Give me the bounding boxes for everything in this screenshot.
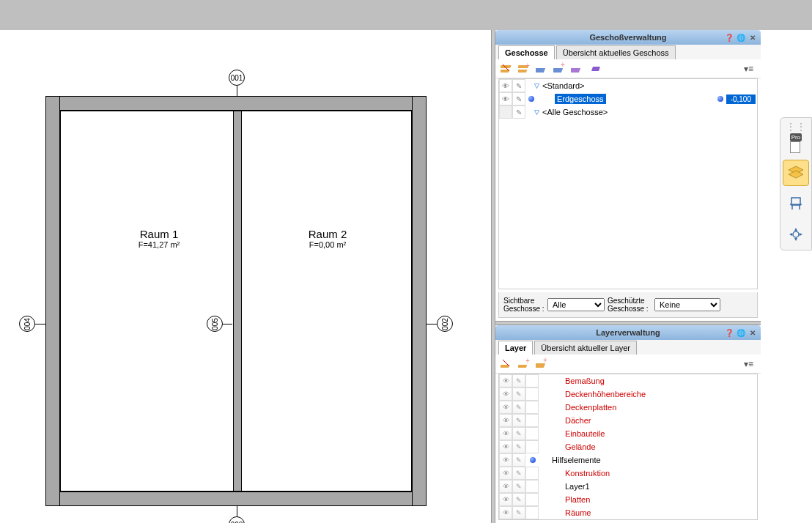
svg-text:+: + (543, 357, 547, 364)
layer-row[interactable]: 👁✎Deckenhöhenbereiche (499, 387, 757, 401)
tree-standard-label: <Standard> (541, 81, 585, 90)
layer-row[interactable]: 👁✎Layer1 (499, 480, 757, 493)
tree-row-standard[interactable]: 👁 ✎ ▽ <Standard> (499, 79, 757, 92)
room-2-name: Raum 2 (265, 228, 390, 240)
room-label-1: Raum 1 F=41,27 m² (97, 228, 221, 249)
visible-geschosse-select[interactable]: Alle (547, 298, 605, 311)
geschoss-tree[interactable]: 👁 ✎ ▽ <Standard> 👁 ✎ Erdgeschoss -0,100 (498, 78, 758, 289)
layer-row[interactable]: 👁✎Dächer (499, 414, 757, 427)
layer-row[interactable]: 👁✎Konstruktion (499, 467, 757, 480)
pencil-icon[interactable]: ✎ (512, 401, 525, 414)
blank-cell (525, 493, 539, 506)
marker-top: 001 (229, 70, 245, 86)
eye-icon[interactable]: 👁 (499, 440, 512, 453)
side-btn-layers[interactable] (783, 160, 809, 186)
eye-icon[interactable]: 👁 (499, 467, 512, 480)
floor-purple-icon[interactable] (570, 62, 585, 76)
eye-icon[interactable] (499, 105, 512, 119)
help-icon[interactable]: ❓ (724, 327, 734, 338)
blank-cell (525, 440, 539, 453)
tree-row-erdgeschoss[interactable]: 👁 ✎ Erdgeschoss -0,100 (499, 92, 757, 105)
pencil-icon[interactable]: ✎ (512, 92, 525, 105)
eye-icon[interactable]: 👁 (499, 92, 512, 105)
add-layer-icon[interactable]: + (517, 357, 532, 371)
new-layer-icon[interactable]: + (535, 357, 550, 371)
active-dot-icon (530, 457, 536, 463)
side-btn-furniture[interactable] (783, 190, 809, 217)
floor-blue-add-icon[interactable]: + (553, 62, 567, 76)
layer-name: Dächer (539, 416, 591, 425)
pencil-icon[interactable]: ✎ (512, 387, 525, 401)
side-btn-navigate[interactable] (783, 221, 809, 248)
tab-uebersicht-geschoss[interactable]: Übersicht aktuelles Geschoss (556, 45, 676, 59)
remove-floor-icon[interactable] (500, 62, 514, 76)
geschoss-tabs: Geschosse Übersicht aktuelles Geschoss (495, 45, 761, 59)
close-icon[interactable]: ✕ (748, 327, 758, 338)
blank-cell (525, 401, 539, 414)
layer-row[interactable]: 👁✎Gelände (499, 440, 757, 453)
layer-row[interactable]: 👁✎Bemaßung (499, 374, 757, 387)
layer-row[interactable]: 👁✎Deckenplatten (499, 401, 757, 414)
eye-icon[interactable]: 👁 (499, 506, 512, 519)
pencil-icon[interactable]: ✎ (512, 493, 525, 506)
eye-icon[interactable]: 👁 (499, 453, 512, 467)
layer-tabs: Layer Übersicht aktueller Layer (495, 340, 761, 355)
pencil-icon[interactable]: ✎ (512, 440, 525, 453)
pencil-icon[interactable]: ✎ (512, 79, 525, 92)
eye-icon[interactable]: 👁 (499, 493, 512, 506)
pencil-icon[interactable]: ✎ (512, 480, 525, 493)
layer-row[interactable]: 👁✎Einbauteile (499, 427, 757, 440)
pencil-icon[interactable]: ✎ (512, 506, 525, 519)
pencil-icon[interactable]: ✎ (512, 105, 525, 119)
side-btn-pro[interactable]: Pro (783, 129, 809, 155)
geschoss-panel-title: Geschoßverwaltung (589, 33, 666, 42)
eye-icon[interactable]: 👁 (499, 374, 512, 387)
add-floor-icon[interactable]: + (517, 62, 532, 76)
pencil-icon[interactable]: ✎ (512, 414, 525, 427)
eye-icon[interactable]: 👁 (499, 401, 512, 414)
layer-panel-header[interactable]: Layerverwaltung ❓ 🌐 ✕ (495, 325, 761, 340)
eye-icon[interactable]: 👁 (499, 414, 512, 427)
pencil-icon[interactable]: ✎ (512, 467, 525, 480)
geschoss-toolbar-menu[interactable]: ▾≡ (744, 64, 756, 74)
drawing-canvas[interactable]: Raum 1 F=41,27 m² Raum 2 F=0,00 m² 001 0… (0, 30, 491, 523)
geschoss-toolbar: + + ▾≡ (495, 59, 761, 78)
expand-icon[interactable]: ▽ (534, 108, 539, 116)
close-icon[interactable]: ✕ (748, 32, 758, 42)
eye-icon[interactable]: 👁 (499, 387, 512, 401)
tab-geschosse[interactable]: Geschosse (498, 45, 555, 59)
refresh-icon[interactable]: 🌐 (736, 327, 746, 338)
layer-panel: Layerverwaltung ❓ 🌐 ✕ Layer Übersicht ak… (495, 325, 761, 523)
room-label-2: Raum 2 F=0,00 m² (265, 228, 390, 249)
geschoss-panel-header[interactable]: Geschoßverwaltung ❓ 🌐 ✕ (495, 30, 761, 45)
layer-row[interactable]: 👁✎Hilfselemente (499, 453, 757, 467)
marker-bottom: 003 (229, 516, 245, 523)
help-icon[interactable]: ❓ (724, 32, 734, 42)
eye-icon[interactable]: 👁 (499, 427, 512, 440)
layer-row[interactable]: 👁✎Platten (499, 493, 757, 506)
blank-cell (525, 414, 539, 427)
layer-name: Deckenhöhenbereiche (539, 390, 646, 398)
active-dot-icon (528, 96, 534, 102)
pencil-icon[interactable]: ✎ (512, 374, 525, 387)
pencil-icon[interactable]: ✎ (512, 427, 525, 440)
layer-list[interactable]: 👁✎Bemaßung👁✎Deckenhöhenbereiche👁✎Deckenp… (498, 374, 758, 520)
floor-purple2-icon[interactable] (588, 62, 602, 76)
tree-row-alle[interactable]: ✎ ▽ <Alle Geschosse> (499, 105, 757, 119)
marker-left: 004 (19, 316, 35, 332)
remove-layer-icon[interactable] (500, 357, 514, 371)
eye-icon[interactable]: 👁 (499, 79, 512, 92)
protected-geschosse-select[interactable]: Keine (654, 298, 720, 311)
expand-icon[interactable]: ▽ (534, 82, 539, 89)
room-1-area: F=41,27 m² (97, 240, 221, 249)
pencil-icon[interactable]: ✎ (512, 453, 525, 467)
floor-blue-icon[interactable] (535, 62, 550, 76)
svg-text:+: + (561, 62, 565, 69)
refresh-icon[interactable]: 🌐 (736, 32, 746, 42)
tab-uebersicht-layer[interactable]: Übersicht aktueller Layer (534, 341, 637, 355)
layer-row[interactable]: 👁✎Räume (499, 506, 757, 519)
eye-icon[interactable]: 👁 (499, 480, 512, 493)
layer-name: Hilfselemente (536, 456, 601, 464)
tab-layer[interactable]: Layer (498, 341, 533, 355)
layer-toolbar-menu[interactable]: ▾≡ (744, 359, 756, 369)
